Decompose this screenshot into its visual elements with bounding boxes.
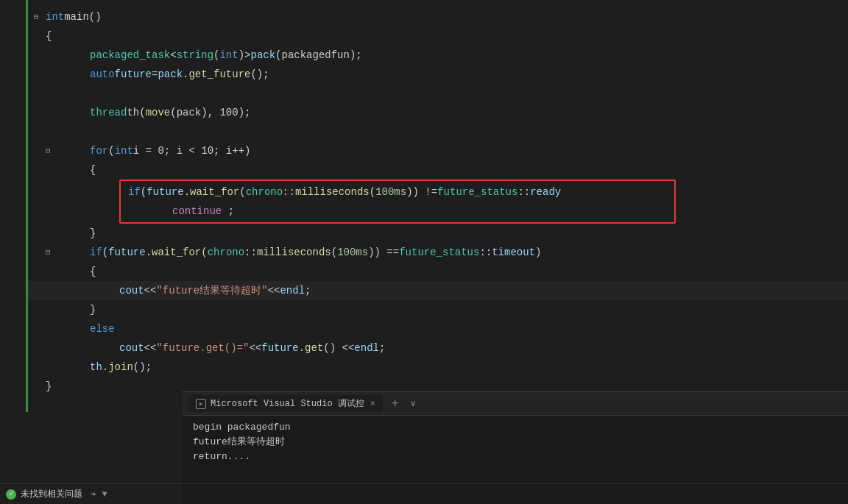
- code-text: .: [102, 358, 108, 377]
- code-text: "future.get()=": [156, 338, 249, 358]
- code-line: {: [28, 26, 848, 46]
- terminal-add-button[interactable]: +: [386, 397, 405, 411]
- fold-icon[interactable]: ⊟: [34, 7, 46, 26]
- code-text: ();: [133, 358, 152, 377]
- fold-icon[interactable]: ⊟: [46, 141, 57, 160]
- code-text: th(: [127, 103, 145, 122]
- code-line: {: [28, 262, 848, 281]
- code-line: }: [28, 224, 848, 243]
- code-text: () <<: [323, 338, 354, 358]
- code-text: milliseconds: [295, 182, 370, 202]
- code-text: ::: [283, 182, 295, 202]
- code-text: chrono: [208, 243, 244, 262]
- code-text: for: [90, 141, 108, 160]
- settings-icon[interactable]: ❧ ▼: [91, 489, 107, 500]
- code-text: continue: [172, 205, 222, 217]
- code-text: 100ms: [337, 243, 368, 262]
- code-text: string: [177, 46, 213, 65]
- code-text: (packagedfun);: [275, 46, 362, 65]
- code-text: .: [184, 182, 190, 202]
- code-text: timeout: [492, 243, 535, 262]
- code-text: move: [146, 103, 171, 122]
- code-line: {: [28, 160, 848, 180]
- code-text: join: [108, 358, 133, 377]
- code-line: auto future = pack . get_future ();: [28, 65, 848, 84]
- code-text: (: [239, 182, 245, 202]
- status-text: 未找到相关问题: [21, 488, 82, 500]
- code-line: cout << "future结果等待超时" << endl ;: [28, 281, 848, 300]
- code-text: future: [115, 65, 152, 84]
- code-text: <<: [249, 338, 261, 358]
- code-text: pack: [158, 65, 183, 84]
- redbox-border: if ( future . wait_for ( chrono :: milli…: [119, 180, 676, 224]
- terminal-line-1: begin packagedfun: [193, 420, 838, 435]
- code-text: future_status: [437, 182, 517, 202]
- terminal-line-2: future结果等待超时: [193, 435, 838, 450]
- code-text: future: [108, 243, 145, 262]
- code-line: packaged_task < string ( int )> pack (pa…: [28, 46, 848, 65]
- code-text: ;: [305, 281, 311, 300]
- editor-container: ⊟ int main() { packaged_task < string ( …: [0, 0, 848, 504]
- code-text: (: [108, 141, 114, 160]
- code-text: {: [90, 262, 96, 281]
- code-line: ⊟ int main(): [28, 7, 848, 26]
- terminal-close-button[interactable]: ×: [370, 399, 375, 409]
- terminal-chevron[interactable]: ∨: [408, 398, 419, 409]
- code-text: {: [46, 26, 52, 46]
- code-text: <: [170, 46, 176, 65]
- code-text: (: [213, 46, 219, 65]
- terminal-tab-label: Microsoft Visual Studio 调试控: [211, 397, 364, 410]
- code-text: "future结果等待超时": [156, 281, 267, 300]
- code-line: ⊟ for ( int i = 0; i < 10; i++): [28, 141, 848, 160]
- code-text: pack: [250, 46, 275, 65]
- code-text: ::: [517, 182, 530, 202]
- code-text: main(): [64, 7, 101, 26]
- code-text: future_status: [399, 243, 479, 262]
- code-line: th . join ();: [28, 358, 848, 377]
- terminal-icon: ▶: [196, 399, 206, 409]
- code-text: endl: [280, 281, 305, 300]
- code-text: }: [90, 300, 96, 319]
- fold-icon[interactable]: ⊟: [46, 243, 57, 262]
- code-text: thread: [90, 103, 127, 122]
- code-text: wait_for: [190, 182, 239, 202]
- code-text: wait_for: [152, 243, 201, 262]
- code-text: }: [90, 224, 96, 243]
- left-gutter: [0, 0, 28, 412]
- code-text: else: [90, 319, 115, 338]
- code-text: future: [146, 182, 183, 202]
- code-text: .: [183, 65, 188, 84]
- code-text: ::: [244, 243, 257, 262]
- code-text: )) ==: [368, 243, 399, 262]
- code-text: i = 0; i < 10; i++): [133, 141, 251, 160]
- code-text: {: [90, 160, 96, 180]
- code-text: ready: [530, 182, 561, 202]
- code-text: if: [90, 243, 102, 262]
- status-bar-right: [183, 483, 848, 504]
- code-text: cout: [119, 338, 144, 358]
- code-text: .: [299, 338, 305, 358]
- code-line: cout << "future.get()=" << future . get …: [28, 338, 848, 358]
- code-text: th: [90, 358, 102, 377]
- code-text: int: [115, 141, 133, 160]
- code-text: packaged_task: [90, 46, 170, 65]
- code-text: .: [146, 243, 152, 262]
- code-line-blank: [28, 122, 848, 141]
- code-text: get: [305, 338, 323, 358]
- code-text: ): [535, 243, 541, 262]
- code-text: }: [46, 377, 52, 396]
- status-bar: ✓ 未找到相关问题 ❧ ▼: [0, 483, 184, 504]
- code-text: get_future: [188, 65, 250, 84]
- code-line-redbox: if ( future . wait_for ( chrono :: milli…: [28, 180, 848, 224]
- code-text: if: [128, 182, 141, 202]
- code-line: }: [28, 300, 848, 319]
- code-text: (: [331, 243, 337, 262]
- code-line: ⊟ if ( future . wait_for ( chrono :: mil…: [28, 243, 848, 262]
- terminal-tab[interactable]: ▶ Microsoft Visual Studio 调试控 ×: [188, 395, 383, 412]
- code-text: 100ms: [375, 182, 406, 202]
- code-text: (: [201, 243, 207, 262]
- code-text: ;: [228, 205, 234, 217]
- code-text: <<: [268, 281, 280, 300]
- code-text: (pack), 100);: [170, 103, 250, 122]
- terminal-output: begin packagedfun future结果等待超时 return...…: [183, 416, 848, 469]
